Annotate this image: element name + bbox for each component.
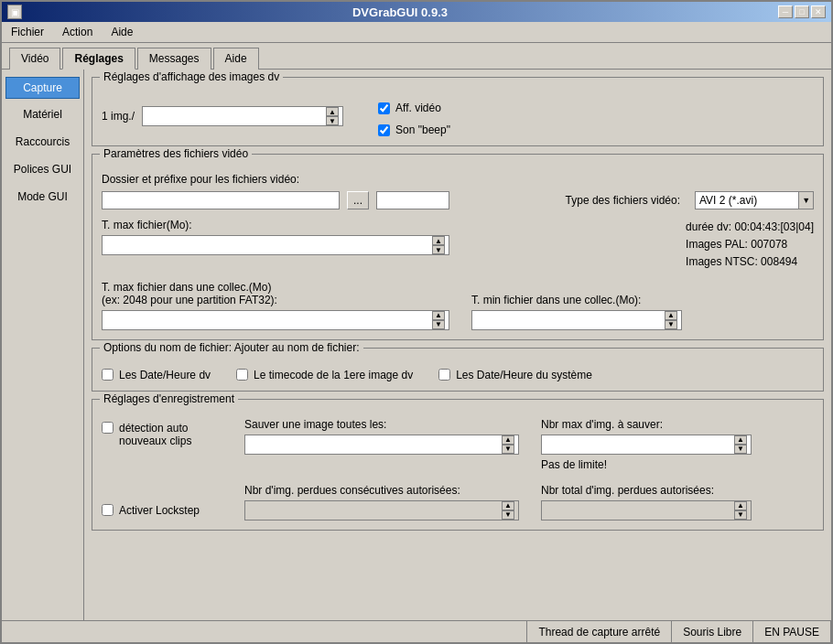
opt2-checkbox[interactable]: [236, 369, 248, 381]
recording-group: Réglages d'enregistrement détection auto…: [92, 399, 824, 531]
prefix-input[interactable]: cap-: [376, 191, 449, 209]
info-ntsc-text: Images NTSC: 008494: [686, 253, 814, 271]
tmin-spin-down[interactable]: ▼: [665, 320, 677, 329]
son-beep-checkbox[interactable]: [378, 124, 390, 136]
tab-reglages[interactable]: Réglages: [62, 48, 135, 70]
menu-action[interactable]: Action: [57, 24, 98, 40]
tmax-spin-down[interactable]: ▼: [432, 245, 445, 254]
save-every-input[interactable]: 1: [245, 436, 502, 453]
tabs-bar: Vidéo Réglages Messages Aide: [2, 43, 831, 69]
main-window: ▣ DVGrabGUI 0.9.3 ─ □ ✕ Fichier Action A…: [0, 0, 833, 644]
nbr-max-spin-up[interactable]: ▲: [734, 435, 747, 445]
sidebar-item-capture[interactable]: Capture: [5, 77, 80, 99]
folder-input[interactable]: /home/debian/: [102, 191, 340, 209]
info-duree-text: durée dv: 00:04:43:[03|04]: [686, 219, 814, 236]
frame-spin-up[interactable]: ▲: [326, 107, 339, 116]
opt2-label: Le timecode de la 1ere image dv: [254, 369, 413, 381]
titlebar: ▣ DVGrabGUI 0.9.3 ─ □ ✕: [2, 2, 831, 22]
sidebar-item-mode[interactable]: Mode GUI: [5, 185, 80, 209]
statusbar: Thread de capture arrêté Souris Libre EN…: [2, 620, 831, 642]
tmax-input[interactable]: 1024: [103, 237, 432, 253]
app-icon: ▣: [7, 5, 22, 19]
tmax-label: T. max fichier(Mo):: [102, 219, 664, 231]
opt3-label: Les Date/Heure du système: [456, 369, 592, 381]
son-beep-row: Son "beep": [378, 123, 450, 136]
sidebar: Capture Matériel Raccourcis Polices GUI …: [2, 70, 84, 620]
perdues-consec-spin-down[interactable]: ▼: [502, 510, 514, 520]
tab-video[interactable]: Vidéo: [9, 48, 60, 70]
frame-input[interactable]: 25: [143, 108, 326, 124]
close-button[interactable]: ✕: [811, 5, 826, 18]
auto-detect-label: détection auto nouveaux clips: [119, 422, 191, 447]
main-panel: Réglages d'affichage des images dv 1 img…: [84, 70, 831, 620]
info-pal-text: Images PAL: 007078: [686, 236, 814, 253]
frame-label: 1 img./: [102, 110, 135, 123]
filename-options-group: Options du nom de fichier: Ajouter au no…: [92, 348, 824, 392]
tcoll-spin-down[interactable]: ▼: [432, 320, 445, 329]
perdues-total-label: Nbr total d'img. perdues autorisées:: [541, 484, 814, 497]
type-select-box: AVI 2 (*.avi) ▼: [695, 191, 814, 209]
tab-aide[interactable]: Aide: [213, 48, 259, 70]
video-files-group-title: Paramètres des fichiers vidéo: [100, 147, 252, 160]
sidebar-item-materiel[interactable]: Matériel: [5, 102, 80, 126]
status-spacer: [2, 621, 527, 642]
opt1-row: Les Date/Heure dv: [102, 369, 211, 381]
pas-limite-label: Pas de limite!: [541, 458, 814, 471]
aff-video-checkbox[interactable]: [378, 102, 390, 114]
browse-button[interactable]: ...: [347, 191, 369, 209]
type-select[interactable]: AVI 2 (*.avi): [696, 192, 798, 209]
perdues-consec-spinbox: -1 ▲ ▼: [244, 500, 519, 521]
auto-detect-checkbox[interactable]: [102, 422, 114, 434]
menu-fichier[interactable]: Fichier: [5, 24, 49, 40]
nbr-max-spin-buttons: ▲ ▼: [734, 435, 747, 454]
type-select-arrow[interactable]: ▼: [798, 192, 813, 209]
folder-label: Dossier et préfixe pour les fichiers vid…: [102, 173, 299, 186]
sidebar-item-raccourcis[interactable]: Raccourcis: [5, 130, 80, 154]
perdues-consec-spin-up[interactable]: ▲: [502, 501, 514, 510]
tcoll-sublabel: (ex: 2048 pour une partition FAT32):: [102, 294, 449, 306]
tcoll-input[interactable]: 0: [103, 312, 432, 328]
menu-aide[interactable]: Aide: [105, 24, 138, 40]
nbr-max-input[interactable]: 0: [542, 436, 734, 453]
tmax-spin-up[interactable]: ▲: [432, 236, 445, 245]
status-pause: EN PAUSE: [753, 621, 831, 642]
tab-messages[interactable]: Messages: [137, 48, 211, 70]
sidebar-item-polices[interactable]: Polices GUI: [5, 157, 80, 181]
status-thread: Thread de capture arrêté: [527, 621, 672, 642]
nbr-max-label: Nbr max d'img. à sauver:: [541, 418, 814, 431]
save-every-spinbox: 1 ▲ ▼: [244, 435, 519, 455]
titlebar-buttons: ─ □ ✕: [778, 5, 826, 18]
maximize-button[interactable]: □: [795, 5, 809, 18]
display-settings-group: Réglages d'affichage des images dv 1 img…: [92, 77, 824, 146]
tmin-spinbox: 1 ▲ ▼: [471, 310, 682, 330]
tmin-spin-up[interactable]: ▲: [665, 311, 677, 320]
perdues-total-input[interactable]: -1: [542, 502, 734, 519]
frame-spin-down[interactable]: ▼: [326, 116, 339, 125]
perdues-total-spin-down[interactable]: ▼: [734, 510, 747, 520]
nbr-max-spin-down[interactable]: ▼: [734, 445, 747, 454]
lockstep-label: Activer Lockstep: [119, 504, 200, 517]
type-label: Type des fichiers vidéo:: [566, 194, 680, 207]
tmax-spinbox: 1024 ▲ ▼: [102, 235, 449, 255]
opt1-checkbox[interactable]: [102, 369, 114, 381]
tmin-input[interactable]: 1: [472, 312, 665, 328]
frame-spinbox: 25 ▲ ▼: [142, 106, 343, 126]
lockstep-checkbox[interactable]: [102, 504, 114, 516]
auto-detect-row: détection auto nouveaux clips: [102, 422, 230, 447]
perdues-consec-spin-buttons: ▲ ▼: [502, 501, 514, 520]
perdues-consec-input[interactable]: -1: [245, 502, 502, 519]
tmin-label: T. min fichier dans une collec.(Mo):: [471, 294, 814, 306]
opt3-checkbox[interactable]: [438, 369, 450, 381]
save-every-spin-down[interactable]: ▼: [502, 445, 514, 454]
display-group-title: Réglages d'affichage des images dv: [100, 70, 283, 83]
perdues-total-spin-up[interactable]: ▲: [734, 501, 747, 510]
minimize-button[interactable]: ─: [778, 5, 793, 18]
perdues-consec-label: Nbr d'img. perdues consécutives autorisé…: [244, 484, 519, 497]
save-every-spin-up[interactable]: ▲: [502, 435, 514, 445]
frame-spin-buttons: ▲ ▼: [326, 107, 339, 125]
save-every-spin-buttons: ▲ ▼: [502, 435, 514, 454]
filename-group-title: Options du nom de fichier: Ajouter au no…: [100, 341, 363, 354]
tcoll-spin-up[interactable]: ▲: [432, 311, 445, 320]
aff-video-label: Aff. vidéo: [395, 102, 441, 114]
status-souris: Souris Libre: [672, 621, 753, 642]
